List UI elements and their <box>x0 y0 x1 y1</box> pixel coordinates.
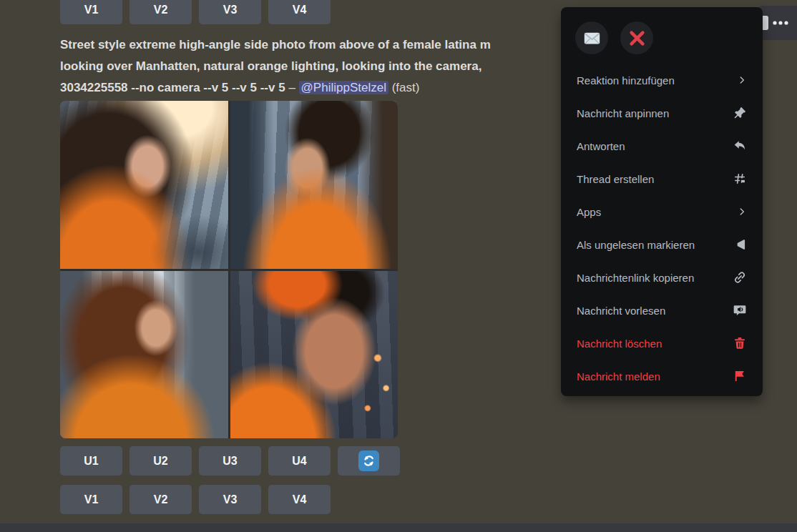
u2-button[interactable]: U2 <box>129 446 192 476</box>
cross-mark-emoji-reaction-button[interactable] <box>620 21 653 54</box>
menu-item-label: Als ungelesen markieren <box>577 239 695 251</box>
v1-button-bottom[interactable]: V1 <box>60 485 122 514</box>
ellipsis-icon <box>771 19 790 27</box>
user-mention[interactable]: @PhilippStelzel <box>299 81 388 94</box>
grid-image-bottom-left[interactable] <box>60 271 228 439</box>
prompt-line-2: looking over Manhatten, natural orange l… <box>60 56 575 77</box>
chevron-right-icon <box>737 75 747 85</box>
v1-button[interactable]: V1 <box>60 0 122 24</box>
menu-item-nachricht-vorlesen[interactable]: Nachricht vorlesen <box>567 296 757 325</box>
message-prompt-text: Street style extreme high-angle side pho… <box>60 34 575 99</box>
menu-item-antworten[interactable]: Antworten <box>567 132 757 160</box>
grid-image-bottom-right[interactable] <box>230 271 398 439</box>
menu-item-reaktion-hinzufuegen[interactable]: Reaktion hinzufügen <box>567 66 757 94</box>
u1-button[interactable]: U1 <box>60 446 122 476</box>
menu-item-als-ungelesen-markieren[interactable]: Als ungelesen markieren <box>567 230 757 259</box>
separator-dash: – <box>288 81 295 94</box>
variation-button-row: V1 V2 V3 V4 <box>60 485 331 514</box>
u3-button[interactable]: U3 <box>199 446 261 476</box>
v3-button[interactable]: V3 <box>199 0 261 24</box>
discord-chat-area: V1 V2 V3 V4 Street style extreme high-an… <box>0 0 797 532</box>
menu-item-label: Antworten <box>577 140 625 152</box>
chevron-right-icon <box>737 207 747 217</box>
quick-reaction-row <box>575 21 757 54</box>
v4-button[interactable]: V4 <box>268 0 331 24</box>
reroll-button[interactable] <box>338 446 400 476</box>
more-options-button[interactable] <box>768 14 793 31</box>
menu-item-label: Nachricht anpinnen <box>577 107 669 119</box>
upscale-button-row: U1 U2 U3 U4 <box>60 446 400 476</box>
speed-note: (fast) <box>392 81 420 94</box>
v2-button[interactable]: V2 <box>129 0 192 24</box>
envelope-emoji-reaction-button[interactable] <box>575 21 608 54</box>
v2-button-bottom[interactable]: V2 <box>129 485 192 514</box>
menu-item-nachrichtenlink-kopieren[interactable]: Nachrichtenlink kopieren <box>567 263 757 292</box>
u4-button[interactable]: U4 <box>268 446 331 476</box>
context-menu-items: Reaktion hinzufügen Nachricht anpinnen A… <box>567 66 757 390</box>
v3-button-bottom[interactable]: V3 <box>199 485 261 514</box>
message-context-menu: Reaktion hinzufügen Nachricht anpinnen A… <box>561 7 763 396</box>
v4-button-bottom[interactable]: V4 <box>268 485 331 514</box>
cross-mark-icon <box>627 29 647 48</box>
grid-image-top-right[interactable] <box>230 101 398 269</box>
prompt-line-3: 3034225558 --no camera --v 5 --v 5 --v 5… <box>60 77 575 99</box>
prompt-params: 3034225558 --no camera --v 5 --v 5 --v 5 <box>60 81 285 94</box>
menu-item-label: Nachricht vorlesen <box>577 305 665 317</box>
prompt-line-1: Street style extreme high-angle side pho… <box>60 34 575 56</box>
variation-button-row-top: V1 V2 V3 V4 <box>60 0 331 24</box>
menu-item-nachricht-melden[interactable]: Nachricht melden <box>567 362 757 390</box>
menu-item-label: Nachrichtenlink kopieren <box>577 272 694 284</box>
grid-image-top-left[interactable] <box>60 101 228 269</box>
pin-icon <box>733 106 747 120</box>
menu-item-nachricht-anpinnen[interactable]: Nachricht anpinnen <box>567 99 757 127</box>
menu-item-label: Reaktion hinzufügen <box>577 74 675 87</box>
menu-item-label: Nachricht löschen <box>577 338 662 350</box>
trash-icon <box>733 336 747 350</box>
envelope-icon <box>582 29 602 48</box>
flag-icon <box>733 369 747 383</box>
thread-icon <box>733 172 747 186</box>
mark-unread-icon <box>733 237 747 252</box>
menu-item-nachricht-loeschen[interactable]: Nachricht löschen <box>567 329 757 358</box>
speak-message-icon <box>733 303 747 317</box>
reply-icon <box>733 139 747 153</box>
menu-item-label: Thread erstellen <box>577 173 654 185</box>
refresh-icon <box>358 450 379 471</box>
menu-item-thread-erstellen[interactable]: Thread erstellen <box>567 164 757 193</box>
chat-input-area-edge <box>0 523 797 532</box>
message-hover-toolbar <box>757 6 797 40</box>
menu-item-label: Apps <box>577 206 601 218</box>
menu-item-label: Nachricht melden <box>577 370 660 383</box>
menu-item-apps[interactable]: Apps <box>567 197 757 226</box>
link-icon <box>733 270 747 285</box>
generated-image-grid[interactable] <box>60 101 398 438</box>
